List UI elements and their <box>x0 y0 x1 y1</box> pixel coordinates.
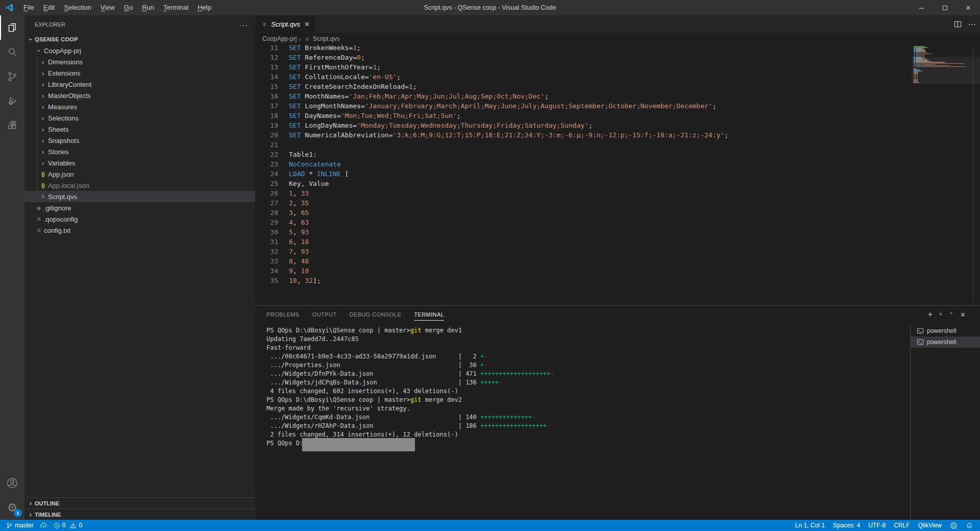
tree-folder-librarycontent[interactable]: ›LibraryContent <box>24 79 255 90</box>
tree-folder-selections[interactable]: ›Selections <box>24 112 255 124</box>
language-mode-item[interactable]: QlikView <box>915 520 945 531</box>
tree-folder-masterobjects[interactable]: ›MasterObjects <box>24 90 255 101</box>
tree-folder-sheets[interactable]: ›Sheets <box>24 124 255 135</box>
menu-help[interactable]: Help <box>193 0 216 15</box>
extensions-icon[interactable] <box>0 113 24 138</box>
warnings-icon <box>69 522 77 529</box>
indentation-item[interactable]: Spaces: 4 <box>830 520 863 531</box>
section-outline[interactable]: ›OUTLINE <box>24 497 255 509</box>
chevron-icon: › <box>39 81 47 88</box>
terminal-line: .../Widgets/jdCPqBs-Data.json | 136 ++++… <box>266 378 910 387</box>
breadcrumb-item[interactable]: CoopApp-prj <box>262 35 297 42</box>
git-branch-item[interactable]: master <box>3 520 37 531</box>
close-panel-icon[interactable]: ✕ <box>960 311 966 318</box>
tree-folder-snapshots[interactable]: ›Snapshots <box>24 135 255 146</box>
panel-tab-output[interactable]: OUTPUT <box>312 306 337 323</box>
cursor-position-item[interactable]: Ln 1, Col 1 <box>792 520 828 531</box>
search-icon[interactable] <box>0 40 24 64</box>
terminal-dropdown-icon[interactable]: ˅ <box>939 312 942 317</box>
panel-tab-problems[interactable]: PROBLEMS <box>266 306 300 323</box>
feedback-item[interactable] <box>947 520 961 531</box>
tree-folder-coopapp-prj[interactable]: ›CoopApp-prj <box>24 45 255 56</box>
tree-item-label: Measures <box>48 103 77 111</box>
tree-item-label: App.local.json <box>48 182 89 189</box>
line-number: 31 <box>255 237 287 247</box>
tree-folder-measures[interactable]: ›Measures <box>24 101 255 112</box>
code-editor[interactable]: 11SET BrokenWeeks=1;12SET ReferenceDay=0… <box>255 44 980 305</box>
chevron-icon: › <box>27 35 35 43</box>
tree-file-script-qvs[interactable]: ≡Script.qvs <box>24 191 255 202</box>
menu-file[interactable]: File <box>19 0 39 15</box>
notifications-item[interactable] <box>963 520 976 531</box>
panel-tab-debug-console[interactable]: DEBUG CONSOLE <box>350 306 402 323</box>
maximize-panel-icon[interactable]: ⌃ <box>949 312 953 318</box>
minimize-button[interactable]: ─ <box>910 0 933 15</box>
tree-folder-stories[interactable]: ›Stories <box>24 146 255 157</box>
sync-item[interactable] <box>37 520 51 531</box>
terminal-line: .../Widgets/CqmKd-Data.json | 140 ++++++… <box>266 413 910 422</box>
maximize-button[interactable] <box>933 0 957 15</box>
line-number: 34 <box>255 266 287 276</box>
tree-file--gitignore[interactable]: ◈.gitignore <box>24 202 255 213</box>
workspace-section-header[interactable]: › QSENSE COOP <box>24 34 255 45</box>
breadcrumb[interactable]: CoopApp-prj›≡Script.qvs <box>255 33 980 44</box>
tree-folder-extensions[interactable]: ›Extensions <box>24 67 255 79</box>
tree-folder-dimensions[interactable]: ›Dimensions <box>24 56 255 67</box>
source-control-icon[interactable] <box>0 64 24 89</box>
eol-item[interactable]: CRLF <box>891 520 913 531</box>
tab-title: Script.qvs <box>271 20 303 28</box>
line-number: 32 <box>255 247 287 256</box>
terminal-output[interactable]: PS QOps D:\dBosyi\QSense coop | master>g… <box>255 323 910 520</box>
new-terminal-icon[interactable]: + <box>928 310 933 319</box>
tree-item-label: Variables <box>48 159 75 167</box>
terminal-instance-powershell[interactable]: powershell <box>911 325 980 336</box>
redacted-region <box>302 438 415 451</box>
file-file-icon: ≡ <box>39 193 47 200</box>
terminal-line: Updating 7aedd7d..2447c85 <box>266 335 910 344</box>
menu-edit[interactable]: Edit <box>39 0 59 15</box>
split-editor-icon[interactable] <box>954 20 962 28</box>
problems-item[interactable]: 0 0 <box>51 520 85 531</box>
breadcrumb-item[interactable]: Script.qvs <box>313 35 340 42</box>
tab-script-qvs[interactable]: ≡ Script.qvs ✕ <box>255 15 315 33</box>
code-line: 272, 35 <box>255 198 980 208</box>
sidebar-bottom-sections: ›OUTLINE›TIMELINE <box>24 497 255 520</box>
terminal-instance-powershell[interactable]: powershell <box>911 336 980 348</box>
tree-file--qopsconfig[interactable]: ≡.qopsconfig <box>24 213 255 225</box>
bottom-panel: PROBLEMSOUTPUTDEBUG CONSOLETERMINAL + ˅ … <box>255 305 980 520</box>
tree-item-label: Dimensions <box>48 58 83 66</box>
close-button[interactable]: ✕ <box>957 0 980 15</box>
section-timeline[interactable]: ›TIMELINE <box>24 509 255 520</box>
line-number: 29 <box>255 218 287 227</box>
minimap[interactable] <box>914 46 973 83</box>
minimap-slider[interactable] <box>912 57 980 84</box>
tree-file-config-txt[interactable]: ≡config.txt <box>24 225 255 236</box>
tree-folder-variables[interactable]: ›Variables <box>24 157 255 168</box>
tree-item-label: .gitignore <box>44 204 71 212</box>
code-line: 338, 48 <box>255 256 980 266</box>
menu-terminal[interactable]: Terminal <box>159 0 193 15</box>
menu-go[interactable]: Go <box>119 0 137 15</box>
explorer-more-actions-icon[interactable]: ··· <box>239 20 248 29</box>
terminal-line: Fast-forward <box>266 344 910 352</box>
editor-more-actions-icon[interactable]: ⋯ <box>968 19 976 29</box>
menu-run[interactable]: Run <box>137 0 159 15</box>
menu-view[interactable]: View <box>96 0 119 15</box>
file-file-icon: ≡ <box>35 215 43 223</box>
scrollbar[interactable] <box>973 44 973 305</box>
panel-tab-terminal[interactable]: TERMINAL <box>414 306 444 323</box>
tab-close-icon[interactable]: ✕ <box>303 20 311 29</box>
encoding-item[interactable]: UTF-8 <box>865 520 889 531</box>
run-debug-icon[interactable] <box>0 89 24 113</box>
line-number: 35 <box>255 276 287 285</box>
chevron-icon: › <box>39 92 47 100</box>
menu-selection[interactable]: Selection <box>59 0 95 15</box>
settings-gear-icon[interactable]: ⚙ 1 <box>0 495 24 520</box>
tree-file-app-json[interactable]: {}App.json <box>24 168 255 180</box>
account-icon[interactable] <box>0 471 24 495</box>
json-file-icon: {} <box>39 183 47 188</box>
code-line: 15SET CreateSearchIndexOnReload=1; <box>255 82 980 91</box>
tree-file-app-local-json[interactable]: {}App.local.json <box>24 180 255 191</box>
explorer-icon[interactable] <box>0 15 24 40</box>
status-bar: master 0 0 Ln 1, Col 1Spaces: 4UTF-8CRLF… <box>0 520 980 531</box>
